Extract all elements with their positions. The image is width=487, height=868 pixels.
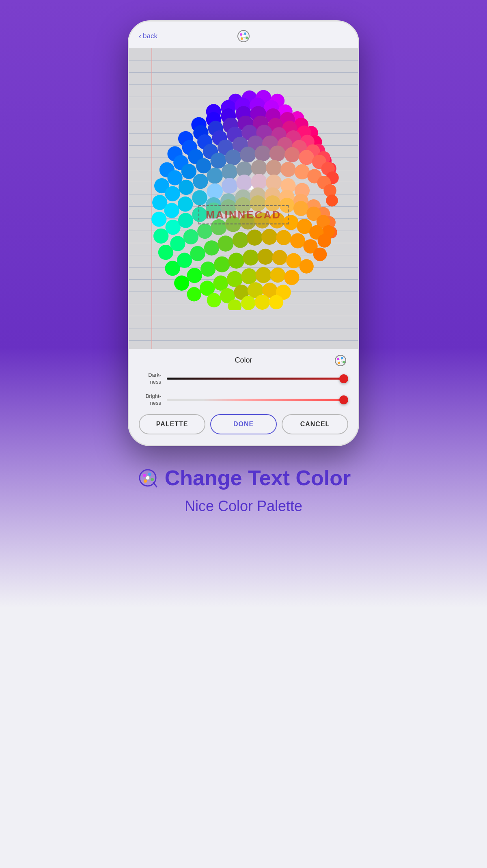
svg-point-141 <box>318 234 331 247</box>
svg-point-186 <box>338 362 340 364</box>
darkness-label: Dark-ness <box>139 372 161 386</box>
svg-point-63 <box>181 164 196 179</box>
svg-point-77 <box>179 180 194 195</box>
svg-point-171 <box>284 270 299 285</box>
darkness-slider-row: Dark-ness <box>139 372 348 386</box>
svg-point-181 <box>269 295 283 309</box>
svg-point-154 <box>174 276 189 291</box>
app-icon <box>236 29 251 43</box>
page-wrapper: ‹ back <box>0 0 487 527</box>
back-label: back <box>143 32 157 40</box>
svg-point-147 <box>233 232 248 248</box>
svg-point-68 <box>255 145 271 161</box>
svg-point-170 <box>270 268 285 283</box>
brightness-label: Bright-ness <box>139 393 161 407</box>
svg-point-169 <box>255 267 271 283</box>
svg-point-132 <box>197 224 212 239</box>
svg-point-125 <box>293 201 308 216</box>
svg-point-89 <box>326 194 338 206</box>
svg-point-84 <box>280 162 295 177</box>
darkness-thumb[interactable] <box>339 374 348 383</box>
promo-section: Change Text Color Nice Color Palette <box>112 446 375 527</box>
chevron-left-icon: ‹ <box>139 32 141 41</box>
promo-icon <box>136 466 159 489</box>
phone-header: ‹ back <box>129 22 358 48</box>
svg-point-153 <box>313 248 327 261</box>
svg-point-189 <box>143 474 146 477</box>
svg-point-79 <box>207 168 223 184</box>
svg-point-168 <box>241 268 257 284</box>
brightness-slider[interactable] <box>167 399 348 401</box>
canvas-text-overlay: MAINNECAD <box>198 205 289 225</box>
svg-point-160 <box>257 249 273 265</box>
promo-title: Change Text Color <box>165 466 351 490</box>
done-button[interactable]: DONE <box>210 414 277 434</box>
svg-point-5 <box>242 35 245 38</box>
svg-point-144 <box>190 246 205 261</box>
bottom-panel: Color Dark-ness <box>129 349 358 445</box>
svg-point-161 <box>272 250 287 265</box>
svg-point-130 <box>170 236 185 251</box>
svg-point-3 <box>246 37 248 39</box>
svg-point-150 <box>276 230 291 245</box>
svg-point-78 <box>193 174 208 189</box>
promo-title-row: Change Text Color <box>136 466 351 490</box>
darkness-slider[interactable] <box>167 378 348 380</box>
back-button[interactable]: ‹ back <box>139 32 157 41</box>
svg-point-185 <box>343 361 345 363</box>
action-buttons-row: PALETTE DONE CANCEL <box>139 414 348 434</box>
svg-point-166 <box>213 276 228 291</box>
color-label: Color <box>235 356 252 365</box>
svg-point-83 <box>266 160 282 176</box>
svg-point-167 <box>227 271 243 287</box>
palette-button[interactable]: PALETTE <box>139 414 205 434</box>
canvas-area[interactable]: MAINNECAD <box>129 48 358 349</box>
svg-point-157 <box>214 256 230 272</box>
svg-point-67 <box>240 147 256 162</box>
palette-icon-button[interactable] <box>333 353 348 368</box>
svg-point-116 <box>166 220 181 235</box>
color-label-row: Color <box>139 356 348 365</box>
svg-point-180 <box>255 295 270 310</box>
svg-point-66 <box>225 149 241 165</box>
svg-point-96 <box>251 174 267 190</box>
color-wheel[interactable] <box>142 87 345 310</box>
svg-point-149 <box>261 229 277 245</box>
cancel-button[interactable]: CANCEL <box>282 414 348 434</box>
svg-point-192 <box>144 479 147 483</box>
svg-point-69 <box>269 145 285 161</box>
svg-point-187 <box>339 359 342 362</box>
svg-point-190 <box>148 473 151 476</box>
svg-point-117 <box>178 213 193 228</box>
brightness-thumb[interactable] <box>339 395 348 404</box>
svg-point-183 <box>337 358 339 360</box>
svg-point-172 <box>207 293 221 307</box>
promo-subtitle: Nice Color Palette <box>185 498 302 514</box>
svg-point-143 <box>177 253 192 268</box>
svg-point-146 <box>218 235 233 251</box>
svg-point-94 <box>222 178 237 194</box>
svg-point-155 <box>187 268 202 283</box>
brightness-slider-row: Bright-ness <box>139 393 348 407</box>
svg-point-82 <box>251 160 267 176</box>
svg-point-164 <box>187 287 201 301</box>
svg-point-131 <box>183 229 198 244</box>
svg-point-158 <box>228 253 244 269</box>
svg-point-103 <box>192 190 207 205</box>
svg-point-101 <box>164 203 179 218</box>
phone-frame: ‹ back <box>128 20 359 446</box>
svg-point-100 <box>151 212 166 227</box>
svg-point-156 <box>200 261 215 276</box>
svg-point-159 <box>243 250 259 266</box>
svg-point-191 <box>151 478 154 481</box>
svg-point-93 <box>207 184 223 199</box>
svg-point-151 <box>290 233 305 248</box>
svg-point-95 <box>236 175 252 190</box>
svg-point-162 <box>286 253 301 268</box>
svg-point-70 <box>284 147 300 162</box>
svg-point-102 <box>178 196 193 212</box>
svg-line-194 <box>153 483 157 487</box>
svg-point-145 <box>204 240 219 255</box>
svg-point-148 <box>247 230 263 246</box>
svg-point-193 <box>146 476 150 480</box>
